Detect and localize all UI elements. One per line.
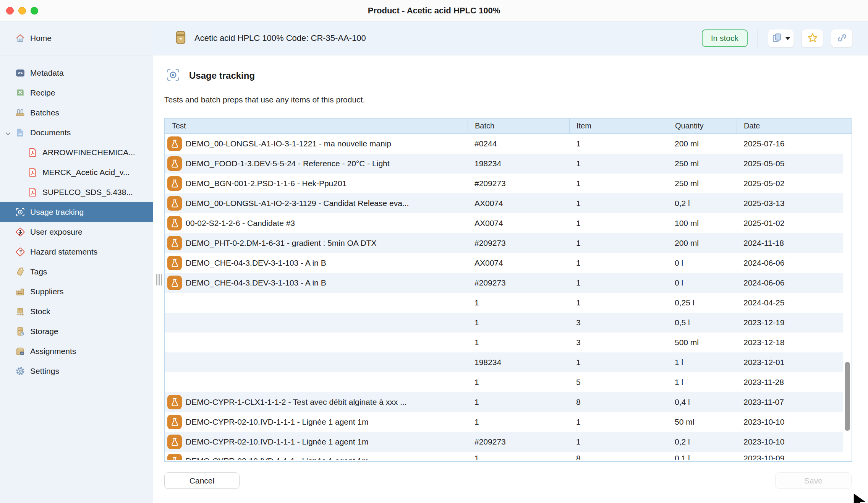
sidebar-item-label: Hazard statements [30, 247, 97, 256]
sidebar-item-label: Documents [30, 128, 71, 137]
table-row[interactable]: DEMO_FOOD-1-3.DEV-5-5-24 - Reference - 2… [165, 154, 852, 174]
sidebar-item-label: Usage tracking [30, 208, 84, 217]
column-header-item[interactable]: Item [569, 118, 668, 133]
chevron-down-icon[interactable] [5, 130, 11, 139]
minimize-window-button[interactable] [18, 7, 26, 15]
sidebar-item-tags[interactable]: Tags [0, 262, 153, 282]
table-row[interactable]: 1 5 1 l 2023-11-28 [165, 372, 852, 392]
test-flask-icon [167, 156, 182, 171]
sidebar-item-home[interactable]: Home [0, 28, 52, 48]
sidebar-item-label: Suppliers [30, 287, 64, 296]
column-header-test[interactable]: Test [165, 118, 468, 133]
batch-cell: 1 [468, 398, 569, 407]
table-row[interactable]: 1 3 500 ml 2023-12-18 [165, 333, 852, 352]
test-flask-icon [167, 395, 182, 409]
sidebar-item-document-pdf[interactable]: ARROWFINECHEMICA... [0, 143, 153, 162]
duplicate-button[interactable] [768, 29, 794, 47]
sidebar-item-user-exposure[interactable]: User exposure [0, 222, 153, 242]
table-row[interactable]: DEMO_CHE-04-3.DEV-3-1-103 - A in B #2092… [165, 273, 852, 293]
date-cell: 2024-11-18 [737, 239, 843, 248]
item-cell: 1 [569, 139, 668, 148]
favorite-button[interactable] [802, 29, 823, 47]
svg-text:<>: <> [21, 352, 23, 354]
table-row[interactable]: DEMO_00-LONGSL-A1-IO-2-3-1129 - Candidat… [165, 193, 852, 213]
date-cell: 2023-11-07 [737, 398, 843, 407]
table-row[interactable]: DEMO-CYPR-1-CLX1-1-1-2 - Test avec débit… [165, 392, 852, 412]
test-flask-icon [167, 176, 182, 191]
table-row[interactable]: DEMO_PHT-0-2.DM-1-6-31 - gradient : 5min… [165, 233, 852, 253]
sidebar-item-label: Metadata [30, 68, 64, 78]
sidebar-item-stock[interactable]: Stock [0, 302, 153, 321]
pdf-icon [28, 148, 37, 157]
table-row[interactable]: 1 3 0,5 l 2023-12-19 [165, 313, 852, 333]
batch-cell: 1 [468, 318, 569, 327]
sidebar-resize-handle[interactable] [156, 274, 162, 286]
close-window-button[interactable] [6, 7, 14, 15]
item-cell: 1 [569, 258, 668, 268]
test-cell: DEMO_FOOD-1-3.DEV-5-5-24 - Reference - 2… [186, 159, 390, 168]
hazard-statements-icon [15, 247, 25, 257]
batch-cell: AX0074 [468, 199, 569, 208]
batch-cell: AX0074 [468, 258, 569, 268]
sidebar-item-documents[interactable]: Documents [0, 123, 153, 143]
batch-cell: 198234 [468, 358, 569, 367]
recipe-icon [15, 88, 25, 98]
table-row[interactable]: DEMO-CYPR-02-10.IVD-1-1-1 - Lignée 1 age… [165, 412, 852, 432]
table-row[interactable]: 00-02-S2-1-2-6 - Candidate #3 AX0074 1 1… [165, 213, 852, 233]
sidebar-item-recipe[interactable]: Recipe [0, 83, 153, 103]
batch-cell: #209273 [468, 278, 569, 287]
test-cell: DEMO-CYPR-02-10.IVD-1-1-1 - Lignée 1 age… [186, 456, 369, 460]
sidebar-item-assignments[interactable]: <> Assignments [0, 341, 153, 361]
batch-cell: 1 [468, 298, 569, 307]
window-title: Product - Acetic acid HPLC 100% [0, 0, 868, 21]
quantity-cell: 0 l [668, 278, 737, 287]
table-row[interactable]: DEMO-CYPR-02-10.IVD-1-1-1 - Lignée 1 age… [165, 432, 852, 452]
usage-tracking-section: Usage tracking Tests and batch preps tha… [153, 55, 868, 503]
quantity-cell: 250 ml [668, 159, 737, 168]
test-flask-icon [167, 435, 182, 449]
sidebar-item-suppliers[interactable]: Suppliers [0, 282, 153, 302]
column-header-date[interactable]: Date [737, 118, 852, 133]
sidebar-item-hazard-statements[interactable]: Hazard statements [0, 242, 153, 262]
save-button[interactable]: Save [775, 472, 852, 489]
item-cell: 1 [569, 199, 668, 208]
sidebar-item-label: SUPELCO_SDS_5.438... [42, 188, 133, 197]
quantity-cell: 0,1 l [668, 452, 737, 460]
table-row[interactable]: DEMO-CYPR-02-10.IVD-1-1-1 - Lignée 1 age… [165, 452, 852, 460]
test-cell: DEMO_BGN-001-2.PSD-1-1-6 - Hek-Ppu201 [186, 179, 347, 188]
sidebar-item-document-pdf[interactable]: MERCK_Acetic Acid_v... [0, 162, 153, 182]
sidebar-item-batches[interactable]: Batches [0, 103, 153, 123]
table-scrollbar-thumb[interactable] [845, 362, 850, 431]
date-cell: 2023-12-01 [737, 358, 843, 367]
table-row[interactable]: 1 1 0,25 l 2024-04-25 [165, 293, 852, 313]
date-cell: 2023-10-09 [737, 452, 843, 460]
sidebar-item-metadata[interactable]: <> Metadata [0, 63, 153, 83]
date-cell: 2023-10-10 [737, 417, 843, 427]
cancel-button[interactable]: Cancel [164, 472, 240, 489]
test-cell: 00-02-S2-1-2-6 - Candidate #3 [186, 219, 295, 228]
column-header-batch[interactable]: Batch [468, 118, 569, 133]
item-cell: 1 [569, 417, 668, 427]
column-header-quantity[interactable]: Quantity [668, 118, 737, 133]
sidebar-item-usage-tracking[interactable]: Usage tracking [0, 202, 153, 222]
assignments-icon: <> [15, 346, 25, 356]
sidebar-nav: <> Metadata Recipe Batches [0, 55, 153, 381]
sidebar-item-settings[interactable]: Settings [0, 361, 153, 381]
usage-tracking-table: Test Batch Item Quantity Date DEMO_00-LO… [164, 118, 852, 462]
sidebar-item-storage[interactable]: Storage [0, 321, 153, 341]
table-row[interactable]: DEMO_00-LONGSL-A1-IO-3-1-1221 - ma nouve… [165, 134, 852, 154]
quantity-cell: 0,5 l [668, 318, 737, 327]
sidebar-item-label: Settings [30, 367, 59, 376]
table-row[interactable]: DEMO_CHE-04-3.DEV-3-1-103 - A in B AX007… [165, 253, 852, 273]
duplicate-icon [772, 32, 782, 44]
batch-cell: 1 [468, 417, 569, 427]
copy-link-button[interactable] [831, 29, 853, 47]
storage-icon [15, 326, 25, 336]
table-row[interactable]: 198234 1 1 l 2023-12-01 [165, 352, 852, 372]
zoom-window-button[interactable] [31, 7, 38, 15]
sidebar-item-document-pdf[interactable]: SUPELCO_SDS_5.438... [0, 182, 153, 202]
test-cell: DEMO_PHT-0-2.DM-1-6-31 - gradient : 5min… [186, 239, 376, 248]
batch-cell: #209273 [468, 437, 569, 446]
quantity-cell: 250 ml [668, 179, 737, 188]
table-row[interactable]: DEMO_BGN-001-2.PSD-1-1-6 - Hek-Ppu201 #2… [165, 174, 852, 193]
